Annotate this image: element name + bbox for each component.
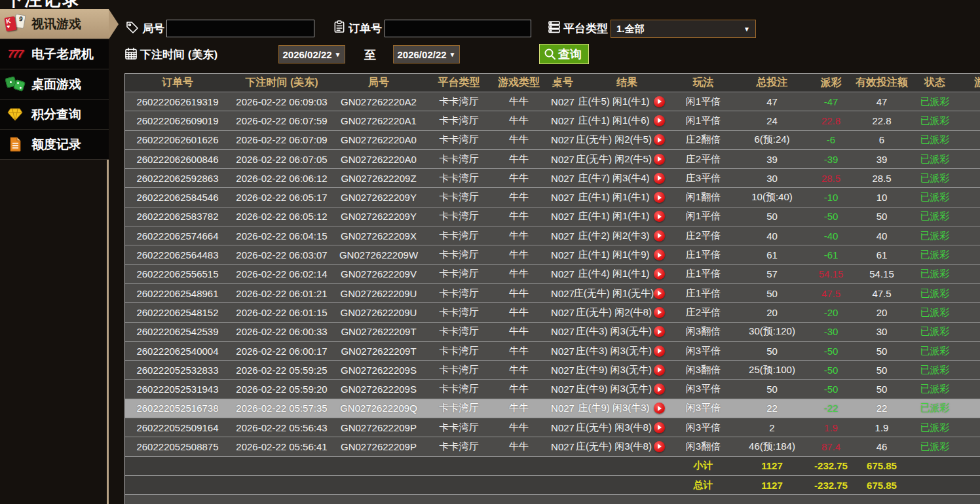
cell-round: GN0272622209Y (333, 207, 424, 226)
cell-bet: 61 (734, 245, 810, 264)
cell-platform: 卡卡湾厅 (424, 361, 494, 379)
cell-table_no: N027 (544, 245, 582, 264)
cell-result: 庄(牛3) 闲3(无牛) (582, 323, 646, 341)
play-video-button[interactable] (654, 249, 665, 261)
table-row[interactable]: 2602220625565152026-02-22 06:02:14GN0272… (125, 265, 980, 284)
cell-wanfa: 闲1平倍 (672, 207, 734, 226)
table-row[interactable]: 2602220625425392026-02-22 06:00:33GN0272… (125, 323, 980, 342)
cell-extra (958, 111, 980, 130)
cell-result: 庄(无牛) 闲3(牛8) (582, 437, 646, 456)
cell-time: 2026-02-22 06:07:59 (230, 111, 333, 130)
play-video-button[interactable] (654, 384, 665, 395)
cell-order: 260222062574664 (125, 226, 230, 245)
play-video-button[interactable] (654, 192, 665, 203)
table-row[interactable]: 2602220525319432026-02-22 05:59:20GN0272… (125, 380, 980, 399)
cell-platform: 卡卡湾厅 (424, 92, 494, 111)
cell-play (646, 226, 672, 245)
cell-bet: 39 (734, 150, 810, 168)
cell-status (911, 457, 958, 475)
table-row[interactable]: 2602220625928632026-02-22 06:06:12GN0272… (125, 169, 980, 188)
platform-type-select[interactable]: 1.全部 ▼ (611, 20, 756, 38)
table-row[interactable]: 2602220525088752026-02-22 05:56:41GN0272… (125, 437, 980, 456)
play-icon (658, 156, 662, 162)
query-button[interactable]: 查询 (539, 44, 589, 64)
play-video-button[interactable] (654, 115, 665, 126)
cell-time: 2026-02-22 06:05:12 (230, 207, 333, 226)
cell-play (646, 303, 672, 321)
cell-wanfa: 闲3平倍 (672, 380, 734, 398)
table-row[interactable]: 2602220525167382026-02-22 05:57:35GN0272… (125, 399, 980, 418)
play-video-button[interactable] (654, 288, 665, 299)
bet-time-label: 下注时间 (美东) (140, 47, 217, 62)
table-row[interactable]: 2602220625837822026-02-22 06:05:12GN0272… (125, 207, 980, 226)
slot-777-icon: 777 (5, 45, 26, 64)
table-row[interactable]: 2602220626008462026-02-22 06:07:05GN0272… (125, 150, 980, 169)
order-number-input[interactable] (385, 20, 531, 37)
table-row[interactable]: 2602220625481522026-02-22 06:01:15GN0272… (125, 303, 980, 322)
play-video-button[interactable] (654, 441, 665, 452)
sidebar-item-points[interactable]: 积分查询 (0, 99, 109, 130)
table-row[interactable]: 2602220625489612026-02-22 06:01:21GN0272… (125, 284, 980, 303)
play-video-button[interactable] (654, 96, 665, 107)
play-icon (658, 329, 662, 334)
date-from-select[interactable]: 2026/02/22 ▼ (278, 45, 345, 63)
play-video-button[interactable] (654, 268, 665, 279)
cell-time: 2026-02-22 06:09:03 (230, 92, 333, 111)
cell-game: 牛牛 (494, 342, 544, 360)
table-row[interactable]: 2602220626016262026-02-22 06:07:09GN0272… (125, 131, 980, 150)
cell-round: GN0272622209Z (333, 169, 424, 187)
play-icon (658, 272, 662, 277)
cell-status: 已派彩 (911, 150, 958, 168)
play-icon (658, 233, 662, 238)
play-video-button[interactable] (654, 403, 665, 414)
cell-payout: 54.15 (810, 265, 852, 283)
play-video-button[interactable] (654, 134, 665, 145)
round-number-input[interactable] (166, 20, 314, 37)
cell-round: GN0272622209P (333, 437, 424, 456)
play-video-button[interactable] (654, 365, 665, 376)
cell-valid: 30 (852, 323, 911, 341)
cell-platform: 卡卡湾厅 (424, 111, 494, 130)
cell-result: 庄(无牛) 闲2(牛5) (582, 131, 646, 149)
table-row[interactable]: 2602220626193192026-02-22 06:09:03GN0272… (125, 92, 980, 111)
cell-payout: -50 (810, 361, 852, 379)
sidebar-item-video-games[interactable]: 9 K♥ 视讯游戏 (0, 9, 109, 39)
cell-time: 2026-02-22 05:56:41 (230, 437, 333, 456)
play-video-button[interactable] (654, 154, 665, 165)
play-video-button[interactable] (654, 326, 665, 337)
cell-valid: 47 (852, 92, 911, 111)
play-video-button[interactable] (654, 230, 665, 242)
cell-time: 2026-02-22 05:59:20 (230, 380, 333, 398)
cell-round: GN0272622209Q (333, 399, 424, 418)
cell-play (646, 437, 672, 456)
play-video-button[interactable] (654, 211, 665, 222)
sidebar-item-table-games[interactable]: 桌面游戏 (0, 69, 109, 99)
cell-valid: 22.8 (852, 111, 911, 130)
table-row[interactable]: 2602220625400042026-02-22 06:00:17GN0272… (125, 342, 980, 361)
cell-game: 牛牛 (494, 131, 544, 149)
date-to-select[interactable]: 2026/02/22 ▼ (393, 45, 460, 63)
table-row[interactable]: 2602220625644832026-02-22 06:03:07GN0272… (125, 245, 980, 264)
cell-extra (958, 399, 980, 418)
sidebar-item-slots[interactable]: 777 电子老虎机 (0, 39, 109, 69)
cell-wanfa: 闲3平倍 (672, 342, 734, 360)
cell-wanfa: 庄1平倍 (672, 265, 734, 283)
header-cell: 桌号 (544, 74, 582, 92)
cell-order: 260222052531943 (125, 380, 230, 398)
play-video-button[interactable] (654, 173, 665, 184)
table-row[interactable]: 2602220525328332026-02-22 05:59:25GN0272… (125, 361, 980, 380)
cell-status: 已派彩 (911, 418, 958, 437)
table-row[interactable]: 2602220625845462026-02-22 06:05:17GN0272… (125, 188, 980, 207)
cell-bet: 40 (734, 226, 810, 245)
play-video-button[interactable] (654, 346, 665, 357)
table-row[interactable]: 2602220626090192026-02-22 06:07:59GN0272… (125, 111, 980, 130)
cell-platform: 卡卡湾厅 (424, 188, 494, 206)
cell-valid: 50 (852, 207, 911, 226)
cell-valid: 6 (852, 131, 911, 149)
play-video-button[interactable] (654, 422, 665, 433)
sidebar-item-quota-records[interactable]: 额度记录 (0, 130, 109, 160)
cell-game: 牛牛 (494, 188, 544, 206)
play-video-button[interactable] (654, 307, 665, 318)
table-row[interactable]: 2602220625746642026-02-22 06:04:15GN0272… (125, 226, 980, 245)
table-row[interactable]: 2602220525091642026-02-22 05:56:43GN0272… (125, 418, 980, 437)
